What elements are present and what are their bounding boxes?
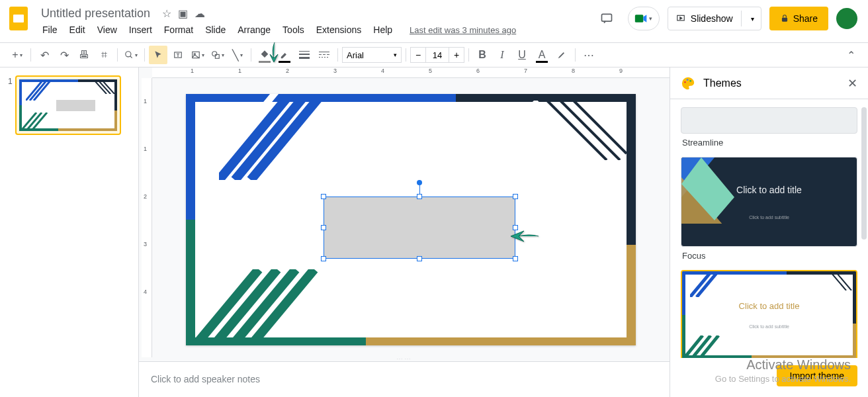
font-size-decrease[interactable]: −	[410, 47, 426, 63]
menu-insert[interactable]: Insert	[124, 22, 157, 38]
line-tool[interactable]: ╲	[228, 46, 247, 64]
new-slide-button[interactable]: +	[8, 46, 26, 64]
menu-edit[interactable]: Edit	[64, 22, 91, 38]
paint-format-button[interactable]: ⌗	[95, 46, 113, 64]
svg-rect-5	[782, 18, 787, 22]
resize-handle[interactable]	[417, 194, 422, 199]
svg-point-10	[212, 52, 217, 56]
menu-file[interactable]: File	[37, 22, 63, 38]
svg-point-6	[126, 52, 131, 57]
notes-drag-handle[interactable]: ⋯⋯	[139, 356, 670, 361]
import-theme-button[interactable]: Import theme	[777, 365, 857, 386]
svg-rect-22	[327, 57, 328, 58]
theme-name: Streamline	[681, 134, 857, 152]
svg-rect-17	[323, 54, 326, 55]
toolbar: + ↶ ↷ 🖶 ⌗ ╲ Arial▾ − + B I U A ⋯ ⌃	[0, 42, 868, 67]
meet-button[interactable]: ▾	[628, 7, 660, 30]
slides-logo[interactable]	[5, 5, 32, 32]
svg-point-44	[684, 81, 686, 83]
move-icon[interactable]: ▣	[178, 7, 188, 20]
share-label: Share	[793, 13, 818, 24]
border-color-button[interactable]	[275, 46, 294, 64]
share-button[interactable]: Share	[769, 7, 828, 30]
image-tool[interactable]	[189, 46, 207, 64]
rotate-handle[interactable]	[417, 180, 422, 185]
menu-slide[interactable]: Slide	[200, 22, 231, 38]
theme-name: Focus	[681, 247, 857, 265]
menu-bar: File Edit View Insert Format Slide Arran…	[37, 21, 593, 38]
cloud-icon[interactable]: ☁	[195, 7, 205, 20]
horizontal-ruler[interactable]: 1 1 2 3 4 5 6 7 8 9	[152, 67, 670, 78]
fill-color-button[interactable]	[255, 46, 274, 64]
resize-handle[interactable]	[321, 225, 326, 230]
svg-line-23	[26, 81, 42, 101]
menu-view[interactable]: View	[92, 22, 122, 38]
svg-line-39	[534, 101, 593, 160]
slide-canvas[interactable]	[186, 94, 636, 345]
svg-rect-13	[299, 54, 310, 55]
resize-handle[interactable]	[513, 256, 518, 261]
print-button[interactable]: 🖶	[75, 46, 93, 64]
resize-handle[interactable]	[321, 194, 326, 199]
font-size-input[interactable]	[426, 47, 449, 63]
text-color-button[interactable]: A	[533, 46, 551, 64]
shape-tool[interactable]	[208, 46, 227, 64]
svg-rect-11	[215, 54, 219, 58]
slideshow-button[interactable]: Slideshow ▾	[668, 7, 761, 30]
account-avatar[interactable]	[836, 8, 857, 29]
svg-line-37	[560, 101, 620, 160]
menu-format[interactable]: Format	[159, 22, 198, 38]
collapse-toolbar-button[interactable]: ⌃	[842, 46, 860, 64]
resize-handle[interactable]	[417, 256, 422, 261]
canvas-area: 1 1 2 3 4 5 6 7 8 9 1 1 2 3 4	[139, 67, 670, 397]
svg-line-25	[34, 81, 50, 101]
themes-panel: Themes ✕ Streamline Click to add title C…	[670, 67, 868, 397]
resize-handle[interactable]	[513, 225, 518, 230]
highlight-button[interactable]	[552, 46, 571, 64]
selected-shape[interactable]	[324, 197, 515, 259]
filmstrip: 1	[0, 67, 139, 397]
svg-rect-2	[601, 14, 611, 21]
speaker-notes[interactable]: Click to add speaker notes	[139, 361, 670, 397]
svg-rect-19	[319, 57, 320, 58]
menu-extensions[interactable]: Extensions	[311, 22, 367, 38]
comments-icon[interactable]	[593, 5, 620, 32]
scrollbar[interactable]	[861, 107, 867, 240]
zoom-button[interactable]	[122, 46, 140, 64]
star-icon[interactable]: ☆	[162, 7, 171, 20]
undo-button[interactable]: ↶	[35, 46, 54, 64]
theme-option-shift[interactable]: Click to add title Click to add subtitle	[681, 270, 857, 358]
doc-title[interactable]: Untitled presentation	[37, 5, 154, 22]
svg-point-45	[687, 79, 689, 81]
svg-line-36	[547, 101, 607, 160]
redo-button[interactable]: ↷	[55, 46, 73, 64]
slide-number: 1	[8, 75, 13, 135]
font-size-increase[interactable]: +	[449, 47, 464, 63]
last-edit-link[interactable]: Last edit was 3 minutes ago	[410, 25, 516, 35]
more-button[interactable]: ⋯	[580, 46, 598, 64]
palette-icon	[681, 76, 695, 91]
underline-button[interactable]: U	[513, 46, 531, 64]
svg-rect-14	[299, 57, 310, 59]
italic-button[interactable]: I	[493, 46, 511, 64]
close-icon[interactable]: ✕	[847, 76, 857, 91]
border-weight-button[interactable]	[295, 46, 314, 64]
slideshow-dropdown[interactable]: ▾	[747, 15, 758, 22]
slideshow-label: Slideshow	[691, 13, 733, 24]
bold-button[interactable]: B	[473, 46, 492, 64]
border-dash-button[interactable]	[315, 46, 333, 64]
textbox-tool[interactable]	[169, 46, 187, 64]
resize-handle[interactable]	[513, 194, 518, 199]
themes-title: Themes	[703, 77, 840, 89]
menu-tools[interactable]: Tools	[277, 22, 310, 38]
theme-option-streamline-top[interactable]	[681, 107, 857, 134]
theme-option-focus-prev[interactable]: Click to add title Click to add subtitle	[681, 157, 857, 247]
slide-thumbnail[interactable]	[15, 75, 121, 135]
menu-arrange[interactable]: Arrange	[232, 22, 276, 38]
font-family-select[interactable]: Arial▾	[342, 47, 402, 63]
menu-help[interactable]: Help	[368, 22, 398, 38]
svg-point-46	[689, 79, 691, 81]
resize-handle[interactable]	[321, 256, 326, 261]
svg-rect-15	[319, 52, 329, 52]
select-tool[interactable]	[149, 46, 167, 64]
